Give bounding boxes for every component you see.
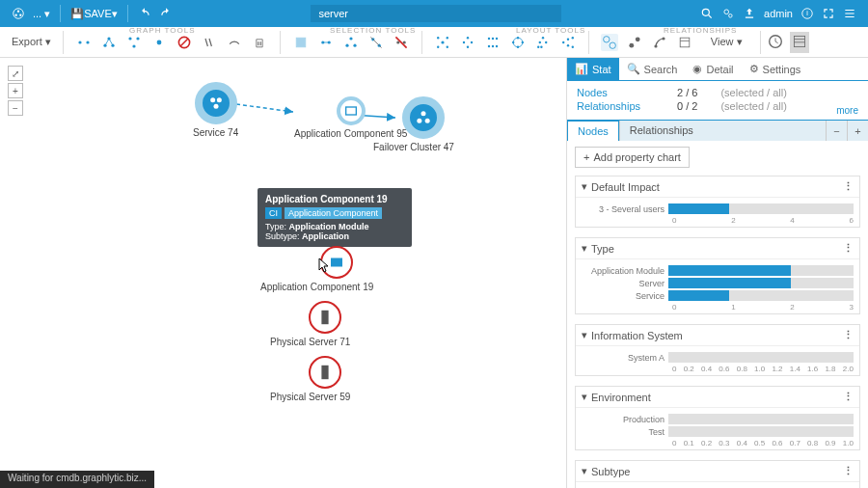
tool-g1[interactable]: [75, 34, 93, 51]
tool-l3[interactable]: [484, 34, 502, 51]
svg-point-60: [571, 37, 573, 39]
tool-s2[interactable]: [317, 34, 335, 51]
svg-point-59: [567, 44, 569, 46]
svg-point-50: [517, 45, 519, 47]
tab-search[interactable]: 🔍Search: [619, 58, 686, 80]
svg-text:i: i: [806, 10, 808, 16]
chart-subtype: ▾Subtype⋮: [575, 460, 860, 488]
app-menu-button[interactable]: ... ▾: [33, 8, 50, 20]
fullscreen-icon[interactable]: [822, 7, 835, 20]
chart-default-impact: ▾Default Impact⋮3 - Several users0246: [575, 176, 860, 228]
svg-point-65: [636, 37, 640, 41]
tool-r1[interactable]: [601, 34, 618, 51]
timeline-icon[interactable]: [767, 33, 784, 52]
bar-track[interactable]: [668, 352, 854, 363]
tool-r2[interactable]: [626, 34, 643, 51]
chevron-down-icon[interactable]: ▾: [582, 242, 587, 255]
svg-point-42: [492, 37, 494, 39]
tab-stat[interactable]: 📊Stat: [567, 58, 619, 80]
node-appcomp95[interactable]: Application Component 95: [294, 96, 407, 139]
chart-menu-icon[interactable]: ⋮: [843, 180, 854, 193]
tab-settings[interactable]: ⚙Settings: [742, 58, 809, 80]
svg-rect-83: [331, 258, 342, 267]
subtab-nodes[interactable]: Nodes: [567, 121, 619, 141]
chart-title: Information System: [591, 330, 683, 341]
panel-tabs: 📊Stat 🔍Search ◉Detail ⚙Settings: [567, 58, 868, 81]
tool-l5[interactable]: [534, 34, 552, 51]
tool-g6[interactable]: [201, 34, 218, 51]
svg-point-2: [15, 14, 17, 16]
node-phys59[interactable]: Physical Server 59: [299, 356, 350, 402]
tool-l4[interactable]: [509, 34, 527, 51]
view-button[interactable]: View ▾: [705, 34, 748, 50]
chart-menu-icon[interactable]: ⋮: [843, 329, 854, 341]
subtab-minus[interactable]: −: [826, 121, 847, 141]
selection-info: Nodes2 / 6(selected / all) Relationships…: [567, 81, 868, 120]
tool-g2[interactable]: [100, 34, 118, 51]
graph-canvas[interactable]: ⤢ + − Service 74 Application Component 9…: [0, 58, 566, 488]
upload-icon[interactable]: [743, 7, 756, 20]
svg-point-10: [78, 41, 81, 43]
subtab-rel[interactable]: Relationships: [619, 121, 703, 141]
tool-g7[interactable]: [226, 34, 243, 51]
info-icon[interactable]: i: [800, 7, 814, 20]
tool-s1[interactable]: [292, 34, 310, 51]
chart-menu-icon[interactable]: ⋮: [843, 242, 854, 255]
bar-track[interactable]: [668, 290, 854, 301]
export-button[interactable]: Export ▾: [6, 34, 57, 50]
user-label[interactable]: admin: [764, 8, 793, 19]
tool-l6[interactable]: [559, 34, 577, 51]
gears-icon[interactable]: [721, 7, 735, 20]
chevron-down-icon[interactable]: ▾: [582, 465, 587, 477]
chevron-down-icon[interactable]: ▾: [582, 180, 587, 193]
bar-track[interactable]: [668, 414, 854, 424]
tool-g5[interactable]: [176, 34, 193, 51]
node-failover47[interactable]: Failover Cluster 47: [393, 96, 454, 152]
svg-point-38: [463, 41, 465, 42]
tool-r4[interactable]: [676, 34, 693, 51]
tool-g4[interactable]: [150, 34, 168, 51]
subtab-plus[interactable]: +: [847, 121, 868, 141]
svg-point-40: [467, 45, 469, 47]
chevron-down-icon[interactable]: ▾: [582, 391, 587, 403]
bar-track[interactable]: [668, 426, 854, 437]
zoom-in[interactable]: +: [8, 83, 23, 98]
svg-point-32: [441, 41, 444, 43]
zoom-out[interactable]: −: [8, 100, 23, 116]
add-property-chart-button[interactable]: +Add property chart: [575, 147, 690, 168]
redo-button[interactable]: [159, 7, 173, 20]
save-button[interactable]: 💾 SAVE ▾: [70, 8, 118, 20]
svg-point-26: [345, 43, 348, 46]
logo-icon[interactable]: [12, 7, 25, 20]
layout-tools-label: LAYOUT TOOLS: [516, 26, 585, 35]
tool-r3[interactable]: [651, 34, 668, 51]
node-service74[interactable]: Service 74: [193, 82, 238, 138]
panel-toggle-icon[interactable]: [790, 32, 809, 53]
node-appcomp19[interactable]: Application Component 19: [299, 246, 373, 292]
menu-icon[interactable]: [843, 7, 856, 20]
tool-l1[interactable]: [434, 34, 451, 51]
tool-g3[interactable]: [125, 34, 143, 51]
chevron-down-icon[interactable]: ▾: [582, 329, 587, 341]
chart-menu-icon[interactable]: ⋮: [843, 465, 854, 477]
svg-point-55: [537, 45, 539, 47]
tool-g8[interactable]: [251, 34, 268, 51]
tool-s5[interactable]: [393, 34, 410, 51]
chart-menu-icon[interactable]: ⋮: [843, 391, 854, 403]
bar-track[interactable]: [668, 265, 854, 276]
tool-l2[interactable]: [459, 34, 476, 51]
svg-point-4: [702, 9, 709, 15]
search-icon[interactable]: [700, 7, 714, 20]
search-input[interactable]: [311, 5, 561, 22]
tool-s3[interactable]: [342, 34, 360, 51]
zoom-fit[interactable]: ⤢: [8, 66, 23, 81]
svg-point-57: [562, 41, 564, 42]
tool-s4[interactable]: [367, 34, 385, 51]
node-phys71[interactable]: Physical Server 71: [299, 301, 350, 347]
svg-point-53: [538, 41, 540, 42]
bar-track[interactable]: [668, 203, 854, 214]
tab-detail[interactable]: ◉Detail: [685, 58, 741, 80]
bar-track[interactable]: [668, 278, 854, 288]
undo-button[interactable]: [138, 7, 151, 20]
more-link[interactable]: more: [836, 105, 858, 116]
